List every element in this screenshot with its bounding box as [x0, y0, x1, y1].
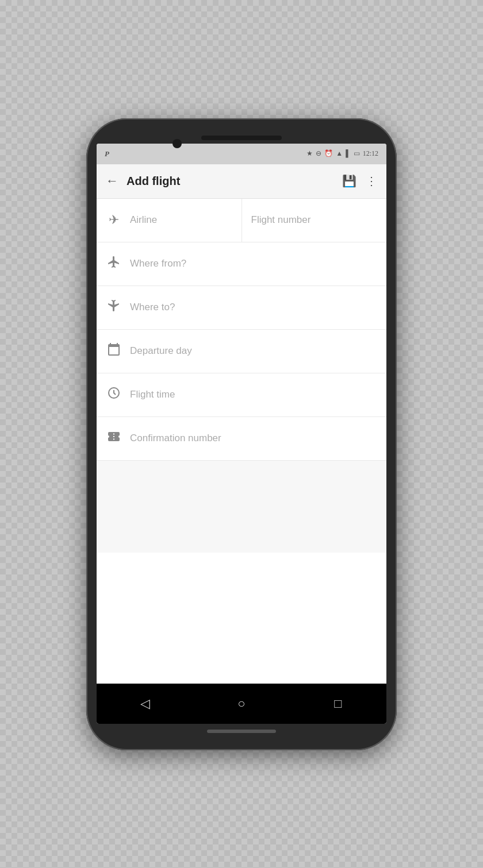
where-to-row[interactable]: Where to? — [97, 286, 386, 330]
alarm-icon: ⏰ — [324, 149, 333, 158]
airline-icon: ✈ — [106, 213, 122, 227]
where-to-label: Where to? — [130, 302, 175, 313]
form-content: ✈ Airline Flight number Where from? — [97, 199, 386, 684]
back-button[interactable]: ← — [106, 173, 118, 188]
flight-time-row[interactable]: Flight time — [97, 373, 386, 417]
app-bar-title: Add flight — [126, 175, 342, 188]
more-button[interactable]: ⋮ — [366, 174, 377, 188]
nav-bar: ◁ ○ □ — [97, 684, 386, 724]
where-from-label: Where from? — [130, 258, 186, 269]
phone-device: P ★ ⊖ ⏰ ▲ ▌ ▭ 12:12 ← Add flight 💾 ⋮ — [86, 118, 397, 750]
flight-number-label: Flight number — [251, 214, 311, 226]
time-display: 12:12 — [363, 149, 378, 158]
phone-bottom-bar — [207, 730, 276, 733]
app-bar-actions: 💾 ⋮ — [342, 174, 377, 188]
departure-day-label: Departure day — [130, 345, 192, 357]
flight-time-label: Flight time — [130, 389, 175, 400]
ticket-icon — [106, 430, 122, 447]
status-bar-right: ★ ⊖ ⏰ ▲ ▌ ▭ 12:12 — [306, 149, 378, 158]
flight-number-field[interactable]: Flight number — [242, 199, 387, 242]
confirmation-number-label: Confirmation number — [130, 433, 221, 444]
wifi-icon: ▲ — [336, 149, 343, 158]
calendar-icon — [106, 342, 122, 360]
save-button[interactable]: 💾 — [342, 174, 356, 188]
battery-icon: ▭ — [354, 149, 360, 158]
confirmation-number-row[interactable]: Confirmation number — [97, 417, 386, 461]
where-from-row[interactable]: Where from? — [97, 242, 386, 286]
nav-back-button[interactable]: ◁ — [131, 689, 159, 718]
depart-icon — [106, 255, 122, 272]
status-bar-app-icon: P — [105, 149, 109, 159]
phone-speaker — [201, 136, 282, 140]
airline-label: Airline — [130, 214, 157, 226]
departure-day-row[interactable]: Departure day — [97, 330, 386, 373]
phone-camera — [172, 139, 182, 148]
signal-icon: ▌ — [346, 149, 351, 158]
mute-icon: ⊖ — [316, 149, 321, 158]
airline-flight-row: ✈ Airline Flight number — [97, 199, 386, 242]
phone-screen: P ★ ⊖ ⏰ ▲ ▌ ▭ 12:12 ← Add flight 💾 ⋮ — [97, 144, 386, 724]
status-bar: P ★ ⊖ ⏰ ▲ ▌ ▭ 12:12 — [97, 144, 386, 164]
form-empty-area — [97, 461, 386, 553]
arrive-icon — [106, 299, 122, 316]
nav-recent-button[interactable]: □ — [324, 689, 352, 718]
nav-home-button[interactable]: ○ — [227, 689, 256, 718]
app-bar: ← Add flight 💾 ⋮ — [97, 164, 386, 199]
bluetooth-icon: ★ — [306, 149, 313, 158]
clock-icon — [106, 386, 122, 403]
airline-field[interactable]: ✈ Airline — [97, 199, 242, 242]
